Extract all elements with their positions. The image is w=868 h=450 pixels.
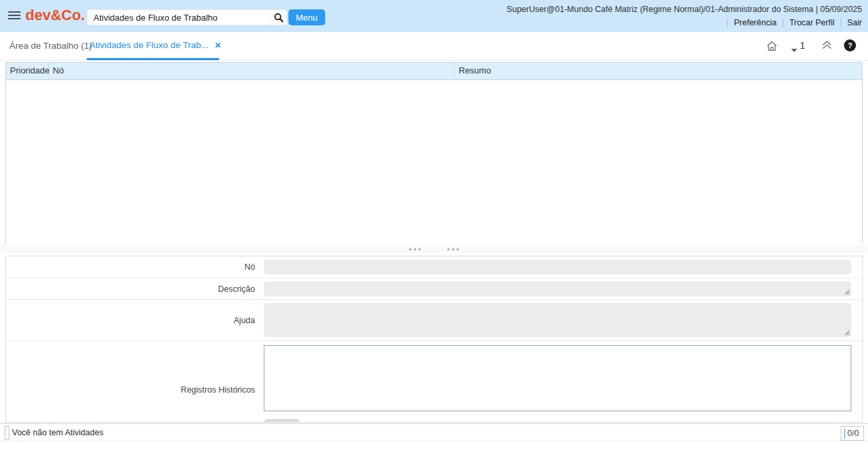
divider bbox=[783, 19, 783, 27]
tab-workspace[interactable]: Área de Trabalho (1) bbox=[9, 32, 92, 60]
node-field[interactable] bbox=[264, 260, 851, 274]
description-label: Descrição bbox=[6, 284, 264, 294]
activities-grid: Prioridade Nó Resumo bbox=[5, 62, 863, 244]
column-header-prioridade[interactable]: Prioridade bbox=[6, 63, 49, 79]
grid-header: Prioridade Nó Resumo bbox=[6, 63, 862, 80]
splitter-grip-north[interactable] bbox=[409, 248, 421, 250]
divider bbox=[841, 19, 841, 27]
node-label: Nó bbox=[6, 262, 264, 272]
search-input[interactable] bbox=[87, 9, 270, 25]
preference-link[interactable]: Preferência bbox=[734, 18, 777, 27]
status-bar: Você não tem Atividades 0/0 bbox=[0, 423, 868, 441]
column-header-no[interactable]: Nó bbox=[49, 63, 455, 79]
help-field[interactable] bbox=[264, 303, 851, 337]
status-message: Você não tem Atividades bbox=[12, 428, 103, 437]
tab-workflow-activities[interactable]: Atividades de Fluxo de Trab... ✕ bbox=[87, 32, 219, 60]
collapse-header-button[interactable] bbox=[821, 40, 833, 53]
form-row-help: Ajuda bbox=[6, 300, 862, 341]
double-chevron-up-icon bbox=[821, 40, 833, 50]
record-count: 0/0 bbox=[847, 429, 859, 438]
search-icon bbox=[274, 13, 284, 23]
top-bar: dev&Co. Menu SuperUser@01-Mundo Café Mat… bbox=[0, 0, 868, 32]
statusbar-collapse-handle[interactable] bbox=[5, 426, 9, 440]
menu-button[interactable]: Menu bbox=[288, 9, 325, 25]
help-label: Ajuda bbox=[6, 316, 264, 325]
change-role-link[interactable]: Trocar Perfil bbox=[789, 18, 835, 27]
session-info: SuperUser@01-Mundo Café Matriz (Regime N… bbox=[507, 5, 862, 14]
history-action-button[interactable] bbox=[264, 419, 300, 423]
resize-handle-icon[interactable] bbox=[844, 330, 850, 336]
user-links: Preferência Trocar Perfil Sair bbox=[721, 18, 862, 27]
window-list-dropdown[interactable] bbox=[791, 43, 798, 55]
help-icon: ? bbox=[848, 41, 853, 49]
app-window: dev&Co. Menu SuperUser@01-Mundo Café Mat… bbox=[0, 0, 868, 450]
form-row-node: Nó bbox=[6, 256, 862, 278]
column-header-resumo[interactable]: Resumo bbox=[455, 63, 862, 79]
app-logo: dev&Co. bbox=[25, 7, 85, 24]
tab-active-label: Atividades de Fluxo de Trab... bbox=[89, 40, 209, 50]
close-tab-icon[interactable]: ✕ bbox=[214, 41, 221, 50]
form-row-description: Descrição bbox=[6, 278, 862, 300]
tab-bar: Área de Trabalho (1) Atividades de Fluxo… bbox=[0, 32, 868, 61]
history-listbox[interactable] bbox=[264, 345, 851, 411]
panel-splitter bbox=[0, 245, 868, 253]
open-windows-count[interactable]: 1 bbox=[800, 40, 805, 51]
divider bbox=[727, 19, 728, 27]
text-cursor bbox=[844, 429, 845, 439]
form-row-history: Registros Históricos bbox=[6, 341, 862, 423]
home-button[interactable] bbox=[766, 40, 778, 55]
chevron-down-icon bbox=[791, 48, 798, 53]
home-icon bbox=[766, 40, 778, 52]
record-count-box[interactable]: 0/0 bbox=[841, 426, 864, 441]
logout-link[interactable]: Sair bbox=[847, 18, 862, 27]
search-button[interactable] bbox=[270, 9, 287, 25]
help-button[interactable]: ? bbox=[844, 39, 856, 51]
global-search bbox=[87, 9, 287, 25]
history-label: Registros Históricos bbox=[6, 385, 264, 395]
grid-body-empty bbox=[6, 80, 862, 244]
activity-detail-form: Nó Descrição Ajuda Registros Históricos bbox=[5, 256, 863, 423]
resize-handle-icon[interactable] bbox=[844, 289, 850, 295]
hamburger-menu-icon[interactable] bbox=[8, 11, 21, 21]
splitter-grip-south[interactable] bbox=[447, 248, 459, 250]
description-field[interactable] bbox=[264, 281, 851, 296]
